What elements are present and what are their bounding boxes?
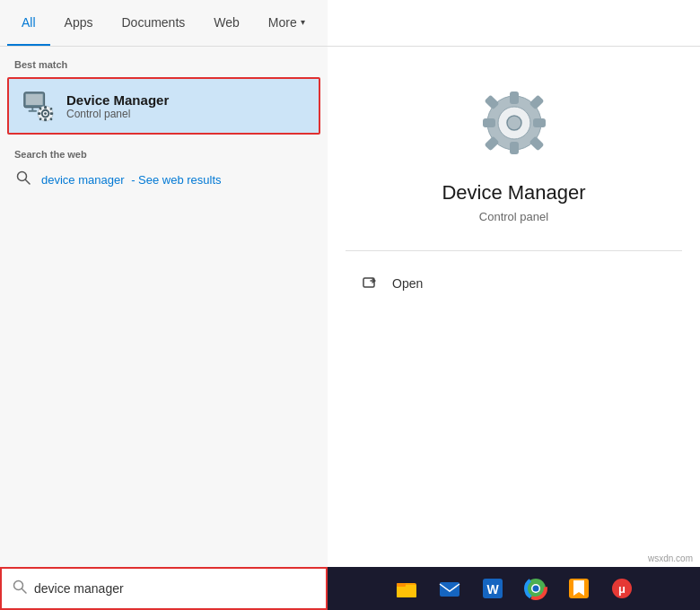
svg-text:μ: μ: [618, 582, 626, 596]
word-icon[interactable]: W: [473, 569, 512, 608]
taskbar: W μ: [0, 567, 700, 610]
detail-panel: Device Manager Control panel Open: [328, 0, 700, 610]
svg-rect-33: [397, 583, 406, 587]
detail-content: Device Manager Control panel Open: [328, 47, 700, 610]
best-match-header: Best match: [0, 54, 328, 74]
svg-line-16: [26, 180, 31, 185]
svg-rect-8: [44, 118, 47, 121]
svg-rect-22: [483, 118, 495, 127]
svg-text:W: W: [486, 582, 499, 597]
open-action[interactable]: Open: [346, 266, 682, 301]
see-web-results-link[interactable]: - See web results: [131, 173, 221, 187]
svg-rect-9: [38, 112, 40, 115]
web-search-item[interactable]: device manager - See web results: [0, 163, 328, 196]
svg-rect-21: [510, 142, 519, 154]
taskbar-search-input[interactable]: [34, 581, 315, 596]
best-match-text: Device Manager Control panel: [66, 92, 169, 120]
svg-rect-23: [533, 118, 546, 127]
detail-actions: Open: [346, 266, 682, 301]
tab-bar: All Apps Documents Web More ▾ ···: [0, 0, 328, 47]
tab-all[interactable]: All: [7, 0, 50, 46]
device-manager-icon: [20, 88, 56, 124]
open-icon: [360, 273, 381, 294]
web-search-text: device manager - See web results: [41, 173, 222, 187]
bookmark-icon[interactable]: [559, 569, 599, 608]
taskbar-search[interactable]: [0, 567, 328, 610]
mail-icon[interactable]: [430, 569, 469, 608]
watermark: wsxdn.com: [648, 553, 693, 563]
detail-header-spacer: [328, 0, 700, 47]
tab-documents[interactable]: Documents: [107, 0, 199, 46]
detail-divider: [346, 250, 682, 251]
search-icon: [14, 170, 32, 188]
chrome-icon[interactable]: [516, 569, 556, 608]
file-explorer-icon[interactable]: [387, 569, 426, 608]
open-label: Open: [392, 276, 423, 291]
tab-apps[interactable]: Apps: [50, 0, 108, 46]
svg-point-41: [532, 586, 538, 592]
svg-rect-1: [26, 94, 43, 105]
best-match-title: Device Manager: [66, 92, 169, 108]
best-match-item[interactable]: Device Manager Control panel: [7, 77, 320, 135]
web-search-header: Search the web: [0, 144, 328, 163]
svg-rect-32: [397, 585, 416, 597]
svg-rect-20: [510, 92, 519, 104]
detail-subtitle: Control panel: [479, 210, 548, 223]
tab-web[interactable]: Web: [199, 0, 254, 46]
svg-line-30: [22, 589, 27, 594]
svg-rect-7: [44, 106, 47, 109]
best-match-subtitle: Control panel: [66, 108, 169, 120]
taskbar-search-icon: [13, 580, 27, 597]
chevron-down-icon: ▾: [301, 17, 305, 27]
svg-point-19: [507, 116, 521, 130]
svg-rect-3: [29, 110, 38, 112]
torrent-icon[interactable]: μ: [602, 569, 642, 608]
taskbar-icons: W μ: [328, 569, 700, 608]
svg-rect-34: [440, 582, 459, 597]
tab-more[interactable]: More ▾: [254, 0, 319, 46]
svg-rect-10: [50, 112, 53, 115]
search-panel: All Apps Documents Web More ▾ ···: [0, 0, 328, 610]
results-area: Best match: [0, 47, 328, 610]
gear-icon-large: [474, 83, 555, 163]
detail-title: Device Manager: [442, 181, 585, 205]
svg-point-6: [44, 112, 47, 115]
